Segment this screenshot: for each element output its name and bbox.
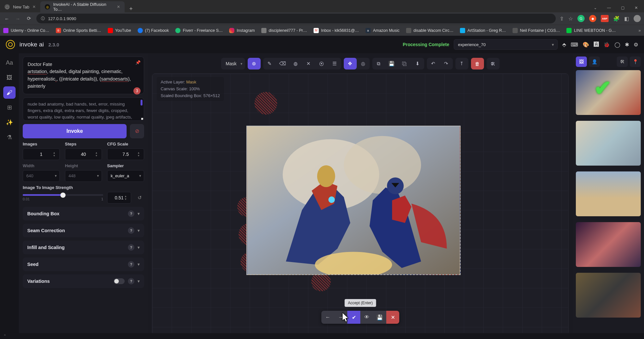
gallery-thumb[interactable] xyxy=(576,273,641,318)
bookmark-item[interactable]: discipleneil777 - Pr… xyxy=(261,28,307,33)
extension-abp-icon[interactable]: ABP xyxy=(601,15,609,22)
staging-discard-button[interactable]: ✕ xyxy=(386,311,399,324)
gallery-thumb[interactable] xyxy=(576,121,641,166)
discord-icon[interactable]: ✱ xyxy=(625,42,629,48)
clear-canvas-button[interactable]: 🗑 xyxy=(471,58,484,69)
site-info-icon[interactable]: ⓘ xyxy=(41,16,45,21)
extension-icon[interactable]: ◆ xyxy=(589,15,596,22)
staging-prev-button[interactable]: ← xyxy=(321,311,334,324)
staging-next-button[interactable]: → xyxy=(334,311,347,324)
extension-icon[interactable]: G xyxy=(577,15,585,22)
extensions-menu-icon[interactable]: 🧩 xyxy=(613,16,620,22)
width-select[interactable]: 640 xyxy=(23,170,60,182)
img2img-strength-slider[interactable] xyxy=(23,194,103,196)
profile-avatar-icon[interactable] xyxy=(634,15,641,22)
help-icon[interactable]: ? xyxy=(128,244,134,251)
gallery-pin-button[interactable]: 📍 xyxy=(630,56,641,67)
pin-icon[interactable]: 📌 xyxy=(135,59,141,66)
scrollbar-thumb[interactable] xyxy=(141,100,142,106)
clear-mask-button[interactable]: ✕ xyxy=(302,58,315,69)
height-select[interactable]: 448 xyxy=(65,170,102,182)
browser-tab-1[interactable]: ◎ InvokeAI - A Stable Diffusion To… ✕ xyxy=(40,1,125,12)
minimize-icon[interactable]: — xyxy=(603,3,615,12)
help-icon[interactable]: ? xyxy=(128,227,134,234)
gallery-results-tab[interactable]: 🖼 xyxy=(576,56,587,67)
rail-unified-canvas[interactable]: 🖌 xyxy=(3,86,16,99)
address-bar[interactable]: ⓘ 127.0.0.1:9090 xyxy=(36,14,556,23)
cfg-input[interactable]: 7.5▲▼ xyxy=(107,148,144,160)
save-to-gallery-button[interactable]: 💾 xyxy=(385,58,398,69)
gallery-thumb[interactable] xyxy=(576,171,641,216)
redo-button[interactable]: ↷ xyxy=(440,58,453,69)
bookmark-item[interactable]: MInbox - klk56831@… xyxy=(314,28,359,33)
bookmark-item[interactable]: BOnline Sports Betti… xyxy=(56,28,101,33)
upload-button[interactable]: ⤒ xyxy=(455,58,468,69)
close-icon[interactable]: ✕ xyxy=(117,5,120,9)
staging-toggle-view-button[interactable]: 👁 xyxy=(360,311,373,324)
layer-select[interactable]: Mask xyxy=(221,58,245,69)
rail-nodes[interactable]: ⊞ xyxy=(3,101,16,114)
console-toggle-icon[interactable]: ⌃ xyxy=(3,334,6,338)
bookmark-item[interactable]: YouTube xyxy=(108,28,131,33)
close-window-icon[interactable]: ✕ xyxy=(630,3,642,12)
back-button[interactable]: ← xyxy=(3,16,10,21)
canvas-viewport[interactable]: Active Layer: Mask Canvas Scale: 100% Sc… xyxy=(152,73,569,335)
resize-handle-icon[interactable] xyxy=(141,118,143,120)
rail-training[interactable]: ⚗ xyxy=(3,131,16,144)
invoke-button[interactable]: Invoke xyxy=(23,124,127,138)
stepper-icon[interactable]: ▲▼ xyxy=(124,192,130,203)
undo-button[interactable]: ↶ xyxy=(427,58,440,69)
theme-icon[interactable]: 🎨 xyxy=(583,42,589,48)
prompt-input[interactable]: 📌 Doctor Fate artstation, detailed, digi… xyxy=(23,56,144,94)
bug-icon[interactable]: 🐞 xyxy=(603,42,610,48)
close-icon[interactable]: ✕ xyxy=(32,5,36,9)
bookmark-item[interactable]: aAmazon Music xyxy=(365,28,400,33)
bookmark-item[interactable]: disable Wacom Circ… xyxy=(406,28,453,33)
bookmark-item[interactable]: LINE WEBTOON - G… xyxy=(566,28,616,33)
move-tool-button[interactable]: ✥ xyxy=(344,58,357,69)
cancel-button[interactable]: ⊘ xyxy=(130,124,144,138)
github-icon[interactable]: ◯ xyxy=(614,42,620,48)
img2img-strength-input[interactable]: 0.51▲▼ xyxy=(107,192,131,204)
rail-postprocess[interactable]: ✨ xyxy=(3,116,16,129)
stepper-icon[interactable]: ▲▼ xyxy=(137,149,142,160)
tabs-dropdown-icon[interactable]: ⌄ xyxy=(589,3,601,12)
brush-tool-button[interactable]: ✎ xyxy=(263,58,276,69)
bbox-tool-button[interactable]: ◎ xyxy=(357,58,370,69)
side-panel-icon[interactable]: ◧ xyxy=(624,16,629,22)
merge-visible-button[interactable]: ⧉ xyxy=(372,58,385,69)
help-icon[interactable]: ? xyxy=(128,278,134,284)
fill-tool-button[interactable]: ◍ xyxy=(289,58,302,69)
bookmark-item[interactable]: Udemy - Online Co… xyxy=(3,28,49,33)
bookmarks-overflow-icon[interactable]: » xyxy=(638,28,641,33)
hotkeys-icon[interactable]: ⌨ xyxy=(571,42,578,48)
reset-button[interactable]: ↺ xyxy=(135,195,144,201)
mask-options-button[interactable]: ⊚ xyxy=(248,58,261,69)
copy-to-clipboard-button[interactable]: ⿻ xyxy=(398,58,411,69)
forward-button[interactable]: → xyxy=(14,16,21,21)
images-input[interactable]: 1▲▼ xyxy=(23,148,60,160)
rail-img2img[interactable]: 🖼 xyxy=(3,71,16,84)
gallery-thumb[interactable] xyxy=(576,222,641,267)
steps-input[interactable]: 40▲▼ xyxy=(65,148,102,160)
sampler-select[interactable]: k_euler_a xyxy=(107,170,144,182)
bookmark-item[interactable]: Instagram xyxy=(229,28,255,33)
help-icon[interactable]: ? xyxy=(128,210,134,217)
bookmark-item[interactable]: (7) Facebook xyxy=(138,28,169,33)
accordion-bounding-box[interactable]: Bounding Box?▾ xyxy=(23,207,144,220)
slider-thumb[interactable] xyxy=(60,193,66,198)
canvas-settings-button[interactable]: 🛠 xyxy=(487,58,500,69)
model-manager-icon[interactable]: ⬘ xyxy=(562,42,566,48)
brush-options-button[interactable]: ☰ xyxy=(328,58,341,69)
gallery-thumb[interactable] xyxy=(576,70,641,115)
bookmark-star-icon[interactable]: ☆ xyxy=(568,16,573,22)
language-icon[interactable]: 🅰 xyxy=(594,42,599,48)
reload-button[interactable]: ⟳ xyxy=(25,16,32,21)
variations-toggle[interactable] xyxy=(114,278,125,284)
staging-accept-button[interactable]: ✔ xyxy=(347,311,360,324)
accordion-infill-scaling[interactable]: Infill and Scaling?▾ xyxy=(23,241,144,254)
share-icon[interactable]: ⇪ xyxy=(560,16,564,22)
eraser-tool-button[interactable]: ⌫ xyxy=(276,58,289,69)
accordion-variations[interactable]: Variations ?▾ xyxy=(23,274,144,288)
rail-txt2img[interactable]: Aa xyxy=(3,56,16,69)
